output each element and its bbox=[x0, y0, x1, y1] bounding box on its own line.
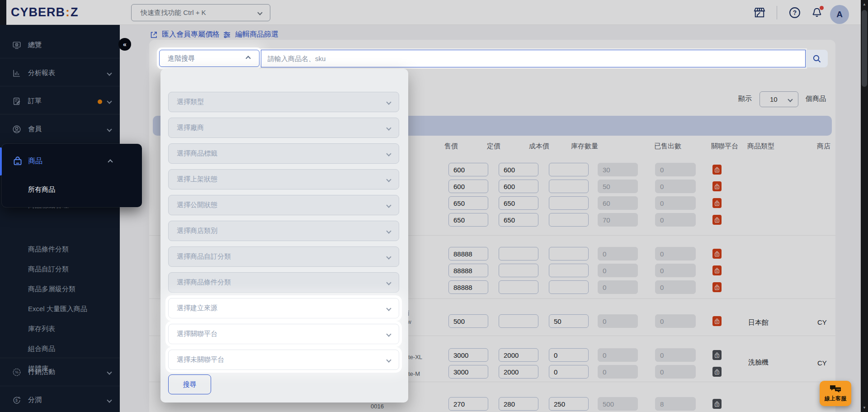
platform-badge-icon[interactable]: $ bbox=[712, 282, 722, 292]
sell-price-input[interactable] bbox=[448, 314, 488, 328]
filter-dropdown[interactable]: 選擇商店類別 bbox=[168, 221, 399, 241]
platform-badge-icon[interactable]: $ bbox=[712, 367, 722, 377]
sell-price-input[interactable] bbox=[448, 280, 488, 294]
notifications-bell-icon[interactable] bbox=[810, 5, 825, 20]
sell-price-input[interactable] bbox=[448, 365, 488, 379]
sell-price-input[interactable] bbox=[448, 397, 488, 411]
platform-badge-icon[interactable]: $ bbox=[712, 316, 722, 326]
panel-search-button[interactable]: 搜尋 bbox=[168, 374, 211, 394]
sell-price-input[interactable] bbox=[448, 196, 488, 210]
cost-price-input[interactable] bbox=[549, 196, 589, 210]
sidebar-subitem[interactable]: 商品多層級分類 bbox=[0, 279, 120, 299]
cost-price-input[interactable] bbox=[549, 180, 589, 193]
sidebar-subitem[interactable]: 商品自訂分類 bbox=[0, 259, 120, 279]
list-price-input[interactable] bbox=[499, 397, 538, 411]
page-scrollbar[interactable]: ▲ ▼ bbox=[861, 0, 868, 412]
cost-price-input[interactable] bbox=[549, 314, 589, 328]
list-price-input[interactable] bbox=[499, 314, 538, 328]
platform-badge-icon[interactable]: $ bbox=[712, 181, 722, 191]
sidebar-item-members[interactable]: 會員 bbox=[0, 117, 120, 142]
sidebar-item-label: 行銷活動 bbox=[28, 368, 55, 376]
avatar[interactable]: A bbox=[830, 5, 849, 24]
list-price-input[interactable] bbox=[499, 196, 538, 210]
platform-badge-icon[interactable]: $ bbox=[712, 265, 722, 275]
sidebar-item-orders[interactable]: 訂單 bbox=[0, 89, 120, 114]
filter-dropdown[interactable]: 選擇建立來源 bbox=[168, 298, 399, 318]
filter-dropdown[interactable]: 選擇商品條件分類 bbox=[168, 272, 399, 293]
platform-badge-icon[interactable]: $ bbox=[712, 399, 722, 409]
list-price-input[interactable] bbox=[499, 180, 538, 193]
list-price-input[interactable] bbox=[499, 365, 538, 379]
platform-badge-icon[interactable]: $ bbox=[712, 198, 722, 208]
page-size-select[interactable]: 10 bbox=[760, 91, 798, 107]
filter-dropdown[interactable]: 選擇上架狀態 bbox=[168, 169, 399, 189]
sell-price-input[interactable] bbox=[448, 348, 488, 362]
member-icon bbox=[12, 124, 22, 134]
sell-price-input[interactable] bbox=[448, 264, 488, 277]
list-price-input[interactable] bbox=[499, 348, 538, 362]
filter-dropdown[interactable]: 選擇公開狀態 bbox=[168, 195, 399, 215]
cost-price-input[interactable] bbox=[549, 163, 589, 176]
platform-badge-icon[interactable]: $ bbox=[712, 165, 722, 175]
sidebar-item-analytics[interactable]: 分析報表 bbox=[0, 61, 120, 86]
sidebar-item-profit[interactable]: $ 分潤 bbox=[0, 388, 120, 412]
filter-dropdown[interactable]: 選擇商品標籤 bbox=[168, 143, 399, 164]
filter-dropdown[interactable]: 選擇廠商 bbox=[168, 118, 399, 138]
cost-price-input[interactable] bbox=[549, 365, 589, 379]
cost-price-input[interactable] bbox=[549, 264, 589, 277]
cost-price-input[interactable] bbox=[549, 348, 589, 362]
divider bbox=[0, 386, 120, 386]
sidebar-subitem[interactable]: 商品條件分類 bbox=[0, 239, 120, 259]
sidebar-subitem[interactable]: Excel 大量匯入商品 bbox=[0, 299, 120, 319]
sidebar-subitem[interactable]: 庫存列表 bbox=[0, 319, 120, 339]
sell-price-input[interactable] bbox=[448, 180, 488, 193]
sidebar-subitem[interactable]: 組合商品 bbox=[0, 339, 120, 359]
platform-badge-icon[interactable]: $ bbox=[712, 350, 722, 360]
cost-price-input[interactable] bbox=[549, 213, 589, 227]
filter-dropdown[interactable]: 選擇關聯平台 bbox=[168, 324, 399, 344]
cost-price-input[interactable] bbox=[549, 247, 589, 260]
list-price-input[interactable] bbox=[499, 163, 538, 176]
list-price-input[interactable] bbox=[499, 280, 538, 294]
platform-badge-icon[interactable]: $ bbox=[712, 215, 722, 225]
sidebar: 總覽 分析報表 訂單 會員 商品標籤管理 商品條件分類商品自訂分類商品多層級分類… bbox=[0, 25, 120, 412]
edit-product-filter-link[interactable]: 編輯商品篩選 bbox=[222, 30, 278, 39]
live-chat-button[interactable]: 線上客服 bbox=[820, 381, 851, 406]
quick-find-dropdown[interactable]: 快速查找功能 Ctrl + K bbox=[131, 4, 270, 21]
stock-qty-input bbox=[598, 314, 638, 328]
chevron-down-icon bbox=[107, 127, 112, 132]
column-header: 商店 bbox=[817, 142, 830, 151]
advanced-search-button[interactable]: 進階搜尋 bbox=[159, 50, 259, 67]
sidebar-item-marketing[interactable]: % 行銷活動 bbox=[0, 360, 120, 385]
list-price-input[interactable] bbox=[499, 213, 538, 227]
column-header: 已售出數 bbox=[654, 142, 681, 151]
filter-dropdown[interactable]: 選擇未關聯平台 bbox=[168, 350, 399, 370]
scroll-down-icon[interactable]: ▼ bbox=[861, 406, 868, 410]
filter-dropdown[interactable]: 選擇類型 bbox=[168, 92, 399, 112]
edit-product-filter-label: 編輯商品篩選 bbox=[235, 30, 278, 39]
order-document-icon bbox=[12, 96, 22, 106]
search-input[interactable] bbox=[261, 50, 806, 67]
help-icon[interactable]: ? bbox=[788, 6, 802, 21]
sidebar-item-overview[interactable]: 總覽 bbox=[0, 33, 120, 58]
sell-price-input[interactable] bbox=[448, 247, 488, 260]
sidebar-item-all-products[interactable]: 所有商品 bbox=[28, 185, 55, 194]
scrollbar-thumb[interactable] bbox=[862, 10, 867, 87]
cost-price-input[interactable] bbox=[549, 280, 589, 294]
list-price-input[interactable] bbox=[499, 264, 538, 277]
sidebar-item-products[interactable]: 商品 bbox=[2, 149, 142, 173]
cost-price-input[interactable] bbox=[549, 397, 589, 411]
scroll-up-icon[interactable]: ▲ bbox=[861, 2, 868, 6]
list-price-input[interactable] bbox=[499, 247, 538, 260]
sidebar-item-label: 訂單 bbox=[28, 97, 42, 105]
column-header: 定價 bbox=[487, 142, 500, 151]
stock-qty-input bbox=[598, 213, 638, 227]
import-member-price-link[interactable]: 匯入會員專屬價格 bbox=[149, 30, 220, 39]
search-submit-button[interactable] bbox=[806, 50, 828, 67]
platform-badge-icon[interactable]: $ bbox=[712, 249, 722, 259]
storefront-icon[interactable] bbox=[752, 6, 767, 21]
sell-price-input[interactable] bbox=[448, 213, 488, 227]
sidebar-collapse-button[interactable]: « bbox=[118, 38, 131, 51]
sell-price-input[interactable] bbox=[448, 163, 488, 176]
filter-dropdown[interactable]: 選擇商品自訂分類 bbox=[168, 246, 399, 267]
